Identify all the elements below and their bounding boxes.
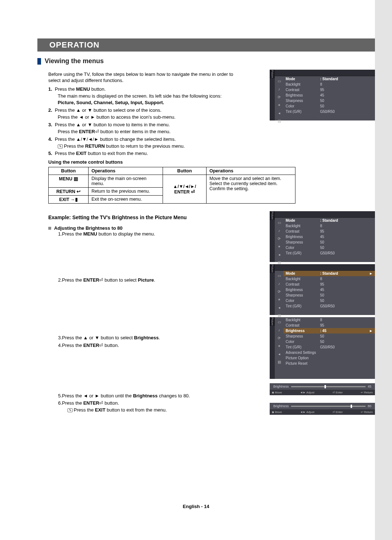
osd-row-backlight: Backlight8	[283, 82, 375, 87]
input-icon: ◂	[277, 352, 281, 356]
channel-icon: ⟳	[277, 95, 281, 99]
input-icon: ◂	[277, 306, 281, 309]
slider-bar	[291, 406, 366, 407]
operation-header-bar: OPERATION	[37, 38, 375, 52]
setup-icon: ✶	[277, 344, 281, 348]
osd-picture-menu-4-brightness-selected: Picture ▭♪⟳✶◂▤ Backlight8 Contrast95 Bri…	[270, 317, 375, 379]
operation-header-text: OPERATION	[49, 40, 99, 50]
picture-icon: ▭	[277, 320, 281, 324]
osd-picture-menu-1: Picture ▭ ♪ ⟳ ✶ ◂ ▤ Mode: Standard Backl…	[270, 70, 375, 120]
slider-footer: ◆ Move ◄► Adjust ⏎ Enter ↩ Return	[270, 409, 375, 415]
picture-icon: ▭	[277, 79, 281, 83]
support-icon: ▤	[277, 261, 281, 264]
table-row: MENU ▥ Display the main on-screen menu. …	[49, 175, 295, 188]
ex-step-1: 1.Press the MENU button to display the m…	[58, 231, 225, 238]
support-icon: ▤	[277, 314, 281, 317]
ex-step-3: 3.Press the ▲ or ▼ button to select Brig…	[58, 335, 225, 341]
channel-icon: ⟳	[277, 290, 281, 293]
input-icon: ◂	[277, 253, 281, 256]
brightness-slider-45: Brightness 45 ◆ Move ◄► Adjust ⏎ Enter ↩…	[270, 383, 375, 395]
osd-picture-menu-2: Picture ▭♪⟳✶◂▤ Mode: Standard Backlight8…	[270, 211, 375, 262]
osd-side-label: Picture	[270, 70, 275, 78]
note-icon: ✎	[58, 144, 63, 148]
osd-category-icons: ▭ ♪ ⟳ ✶ ◂ ▤	[275, 76, 283, 120]
osd-row-mode-selected: Mode: Standard►	[283, 271, 375, 276]
step-5: 5.Press the EXIT button to exit from the…	[48, 150, 230, 157]
sound-icon: ♪	[277, 87, 281, 91]
step-1: 1.Press the MENU button. The main menu i…	[48, 86, 230, 107]
content-area: Viewing the menus Before using the TV, f…	[37, 57, 375, 414]
page: OPERATION Viewing the menus Before using…	[0, 0, 392, 540]
table-header-row: Button Operations Button Operations	[49, 167, 295, 175]
ex-step-5: 5.Press the ◄ or ► button until the Brig…	[58, 393, 225, 400]
picture-icon: ▭	[277, 221, 281, 224]
picture-icon: ▭	[277, 274, 281, 277]
page-footer: English - 14	[0, 504, 392, 509]
example-steps: 1.Press the MENU button to display the m…	[58, 231, 225, 414]
step-3: 3.Press the ▲ or ▼ button to move to ite…	[48, 122, 230, 135]
note-icon: ✎	[68, 408, 73, 412]
slider-footer: ◆ Move ◄► Adjust ⏎ Enter ↩ Return	[270, 390, 375, 395]
remote-buttons-table: Button Operations Button Operations MENU…	[48, 167, 295, 204]
osd-row-brightness-selected: Brightness: 45►	[283, 328, 375, 334]
osd-row-sharpness: Sharpness50	[283, 98, 375, 103]
setup-icon: ✶	[277, 245, 281, 248]
osd-row-color: Color50	[283, 103, 375, 109]
section-heading: Viewing the menus	[37, 57, 375, 65]
page-right-margin	[375, 0, 392, 540]
sound-icon: ♪	[277, 282, 281, 285]
intro-paragraph: Before using the TV, follow the steps be…	[48, 71, 233, 84]
using-remote-heading: Using the remote control buttons	[48, 159, 375, 165]
step-2: 2.Press the ▲ or ▼ button to select one …	[48, 107, 230, 121]
nav-buttons-cell: ▲/▼/◄/►/ENTER ⏎	[163, 175, 207, 204]
main-steps: 1.Press the MENU button. The main menu i…	[48, 86, 230, 157]
ex-step-6: 6.Press the ENTER⏎ button. ✎Press the EX…	[58, 400, 225, 414]
osd-picture-menu-3-mode-selected: Picture ▭♪⟳✶◂▤ Mode: Standard► Backlight…	[270, 264, 375, 315]
brightness-slider-80: Brightness 80 ◆ Move ◄► Adjust ⏎ Enter ↩…	[270, 403, 375, 415]
slider-bar	[291, 386, 366, 387]
ex-step-2: 2.Press the ENTER⏎ button to select Pict…	[58, 277, 225, 284]
section-title: Viewing the menus	[45, 57, 104, 65]
osd-row-mode: Mode: Standard	[283, 76, 375, 82]
step-4: 4.Press the ▲/▼/◄/► button to change the…	[48, 136, 230, 150]
osd-row-tint: Tint (G/R)G50/R50	[283, 109, 375, 114]
input-icon: ◂	[277, 111, 281, 115]
osd-row-brightness: Brightness45	[283, 93, 375, 98]
support-icon: ▤	[277, 119, 281, 123]
channel-icon: ⟳	[277, 237, 281, 240]
bullet-icon	[48, 227, 51, 230]
ex-step-4: 4.Press the ENTER⏎ button.	[58, 342, 225, 349]
sound-icon: ♪	[277, 229, 281, 232]
nav-buttons-ops: Move the cursor and select an item.Selec…	[207, 175, 295, 204]
setup-icon: ✶	[277, 103, 281, 107]
heading-bullet	[37, 58, 41, 65]
sound-icon: ♪	[277, 328, 281, 332]
support-icon: ▤	[277, 360, 281, 364]
osd-row-contrast: Contrast95	[283, 87, 375, 93]
setup-icon: ✶	[277, 298, 281, 301]
channel-icon: ⟳	[277, 336, 281, 340]
